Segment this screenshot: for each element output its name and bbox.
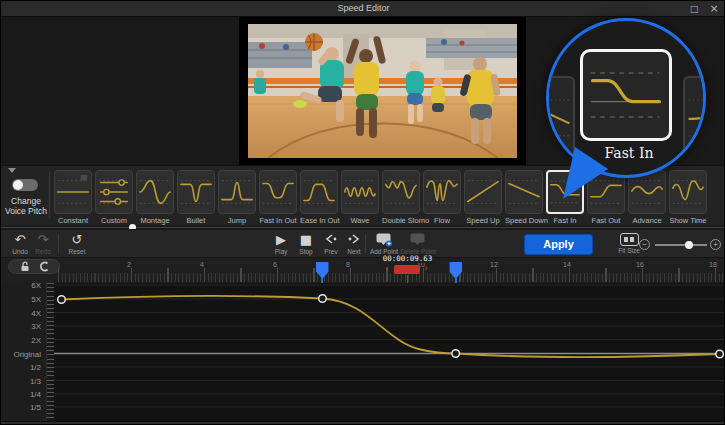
collapse-triangle-icon[interactable]	[8, 168, 16, 173]
speed-scale-label: 2X	[31, 335, 41, 344]
preset-thumbnail[interactable]	[382, 170, 420, 214]
preset-thumbnail[interactable]	[136, 170, 174, 214]
preset-thumbnail[interactable]	[300, 170, 338, 214]
curve-point[interactable]	[58, 296, 66, 304]
speed-scale-labels: 6X5X4X3X2XOriginal1/21/31/41/5	[1, 283, 46, 421]
preset-label: Custom	[95, 216, 133, 225]
toolbar: ↶ Undo ↷ Redo ↺ Reset ▶ Play ■ Stop Prev	[1, 229, 725, 258]
playhead-prev-icon[interactable]: ‹	[385, 263, 388, 273]
callout-pointer-icon	[546, 141, 616, 203]
toggle-knob	[13, 180, 23, 190]
reset-button[interactable]: ↺ Reset	[62, 232, 92, 255]
zoom-slider-thumb[interactable]	[685, 241, 693, 249]
speed-scale-label: 1/2	[30, 363, 41, 372]
preset-speed-down[interactable]: Speed Down	[505, 170, 543, 225]
preset-label: Fast Out	[587, 216, 625, 225]
preset-label: Bullet	[177, 216, 215, 225]
curve-point[interactable]	[319, 295, 327, 303]
voice-pitch-label-line1: Change	[1, 196, 51, 206]
preset-thumbnail[interactable]	[423, 170, 461, 214]
preset-flow[interactable]: Flow	[423, 170, 461, 225]
preset-thumbnail[interactable]	[177, 170, 215, 214]
preset-thumbnail[interactable]	[218, 170, 256, 214]
ruler-number: 12	[490, 261, 498, 268]
lock-icon[interactable]	[20, 261, 30, 272]
maximize-icon[interactable]: □	[686, 2, 702, 16]
preset-label: Flow	[423, 216, 461, 225]
preset-double-slomo[interactable]: Double Slomo	[382, 170, 420, 225]
callout-fast-in-tile	[580, 49, 672, 141]
preset-label: Jump	[218, 216, 256, 225]
preset-curve-icon	[55, 171, 91, 213]
preset-thumbnail[interactable]	[54, 170, 92, 214]
curve-point[interactable]	[716, 350, 724, 358]
zoom-control: − +	[639, 239, 721, 251]
playhead-grip[interactable]	[394, 265, 420, 274]
preset-thumbnail[interactable]	[464, 170, 502, 214]
speed-curve-graph[interactable]: 6X5X4X3X2XOriginal1/21/31/41/5	[1, 283, 725, 421]
vertical-ruler-ticks	[46, 283, 54, 421]
preset-curve-icon	[260, 171, 296, 213]
preset-scrollbar[interactable]	[1, 227, 725, 228]
preset-curve-icon	[383, 171, 419, 213]
preset-label: Show Time	[669, 216, 707, 225]
add-point-button[interactable]: Add Point	[367, 232, 401, 255]
speed-curve-svg	[1, 283, 725, 421]
close-icon[interactable]: ×	[706, 2, 722, 16]
timeline-ruler[interactable]: 24681012141618 00:00:09.63 ‹ ›	[1, 258, 725, 283]
zoom-slider-track[interactable]	[655, 244, 707, 246]
preset-bullet[interactable]: Bullet	[177, 170, 215, 225]
apply-button[interactable]: Apply	[524, 234, 593, 255]
voice-pitch-label-line2: Voice Pitch	[1, 206, 51, 216]
playhead-next-icon[interactable]: ›	[424, 263, 427, 273]
preset-label: Wave	[341, 216, 379, 225]
divider	[49, 172, 50, 218]
preset-curve-icon	[342, 171, 378, 213]
fit-size-icon	[620, 233, 639, 246]
preset-curve-icon	[465, 171, 501, 213]
voice-pitch-toggle[interactable]	[12, 179, 38, 191]
preset-label: Fast In	[546, 216, 584, 225]
preset-curve-icon	[137, 171, 173, 213]
preset-label: Speed Up	[464, 216, 502, 225]
preset-jump[interactable]: Jump	[218, 170, 256, 225]
horizontal-scrollbar[interactable]	[1, 421, 725, 425]
ruler-number: 6	[273, 261, 277, 268]
preset-custom[interactable]: Custom	[95, 170, 133, 225]
snap-icon[interactable]	[39, 261, 49, 272]
preset-thumbnail[interactable]	[341, 170, 379, 214]
toolbar-divider	[365, 234, 366, 253]
preset-label: Speed Down	[505, 216, 543, 225]
reset-label: Reset	[62, 248, 92, 255]
speed-scale-label: 5X	[31, 295, 41, 304]
preset-montage[interactable]: Montage	[136, 170, 174, 225]
preset-curve-icon	[178, 171, 214, 213]
preset-ease-in-out[interactable]: Ease In Out	[300, 170, 338, 225]
preset-thumbnail[interactable]	[669, 170, 707, 214]
preset-thumbnail[interactable]	[95, 170, 133, 214]
titlebar: Speed Editor □ ×	[1, 1, 725, 17]
preset-curve-icon	[506, 171, 542, 213]
redo-button[interactable]: ↷ Redo	[28, 232, 58, 255]
speed-scale-label: 1/5	[30, 403, 41, 412]
speed-scale-label: 4X	[31, 308, 41, 317]
speed-scale-label: Original	[13, 349, 41, 358]
preset-speed-up[interactable]: Speed Up	[464, 170, 502, 225]
zoom-in-icon[interactable]: +	[710, 239, 721, 250]
preset-thumbnail[interactable]	[505, 170, 543, 214]
preset-fast-in-out[interactable]: Fast In Out	[259, 170, 297, 225]
preset-show-time[interactable]: Show Time	[669, 170, 707, 225]
zoom-out-icon[interactable]: −	[639, 239, 650, 250]
curve-point[interactable]	[452, 350, 460, 358]
speed-scale-label: 6X	[31, 283, 41, 290]
ruler-number: 16	[636, 261, 644, 268]
speed-scale-label: 1/3	[30, 376, 41, 385]
delete-point-button[interactable]: Delete Point	[399, 232, 437, 255]
preset-advance[interactable]: Advance	[628, 170, 666, 225]
preset-constant[interactable]: Constant	[54, 170, 92, 225]
preset-label: Constant	[54, 216, 92, 225]
ruler-number: 14	[563, 261, 571, 268]
preset-thumbnail[interactable]	[259, 170, 297, 214]
preset-wave[interactable]: Wave	[341, 170, 379, 225]
speed-scale-label: 1/4	[30, 390, 41, 399]
